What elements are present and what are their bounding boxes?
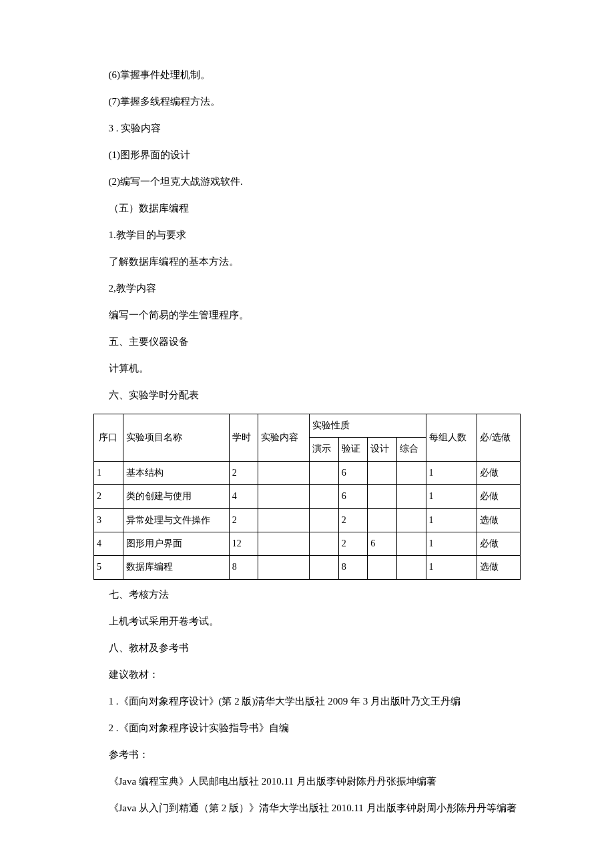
table-row: 4 图形用户界面 12 2 6 1 必做: [94, 532, 521, 555]
after-line-6: 2 .《面向对象程序设计实验指导书》自编: [93, 720, 521, 736]
cell-comprehensive: [396, 508, 426, 532]
cell-verify: 6: [338, 485, 368, 508]
cell-group-size: 1: [426, 532, 477, 555]
table-row: 2 类的创建与使用 4 6 1 必做: [94, 485, 521, 508]
header-seq-text: 序口: [99, 432, 117, 442]
cell-hours: 4: [229, 485, 258, 508]
line-2: 3 . 实验内容: [93, 120, 521, 136]
header-demo: 演示: [310, 438, 339, 461]
cell-seq: 5: [94, 556, 123, 579]
cell-demo: [310, 532, 339, 555]
cell-design: [368, 461, 397, 484]
line-3: (1)图形界面的设计: [93, 147, 521, 163]
after-line-4: 1 .《面向对象程序设计》(第 2 版)清华大学出版社 2009 年 3 月出版…: [93, 693, 521, 709]
table-row: 5 数据库编程 8 8 1 选做: [94, 556, 521, 579]
cell-demo: [310, 556, 339, 579]
after-line-2: 八、教材及参考书: [93, 640, 521, 656]
cell-demo: [310, 461, 339, 484]
cell-required: 必做: [477, 532, 521, 555]
cell-seq: 2: [94, 485, 123, 508]
line-10: 五、主要仪器设备: [93, 334, 521, 350]
cell-verify: 2: [338, 508, 368, 532]
cell-required: 选做: [477, 508, 521, 532]
cell-name: 图形用户界面: [123, 532, 229, 555]
header-required: 必/选做: [477, 414, 521, 462]
cell-name: 数据库编程: [123, 556, 229, 579]
cell-content: [258, 532, 310, 555]
header-design: 设计: [368, 438, 397, 461]
cell-design: [368, 508, 397, 532]
line-11: 计算机。: [93, 360, 521, 376]
cell-group-size: 1: [426, 556, 477, 579]
line-1: (7)掌握多线程编程方法。: [93, 93, 521, 109]
cell-demo: [310, 485, 339, 508]
header-name: 实验项目名称: [123, 414, 229, 462]
cell-required: 必做: [477, 485, 521, 508]
after-line-9: 《Java 从入门到精通（第 2 版）》清华大学出版社 2010.11 月出版李…: [93, 800, 521, 816]
line-7: 了解数据库编程的基本方法。: [93, 254, 521, 270]
cell-comprehensive: [396, 532, 426, 555]
cell-verify: 2: [338, 532, 368, 555]
cell-demo: [310, 508, 339, 532]
table-row: 1 基本结构 2 6 1 必做: [94, 461, 521, 484]
cell-group-size: 1: [426, 508, 477, 532]
line-9: 编写一个简易的学生管理程序。: [93, 307, 521, 323]
cell-verify: 8: [338, 556, 368, 579]
after-line-0: 七、考核方法: [93, 586, 521, 602]
cell-content: [258, 485, 310, 508]
header-verify: 验证: [338, 438, 368, 461]
header-group-size: 每组人数: [426, 414, 477, 462]
header-seq: 序口: [94, 414, 123, 462]
table-body: 1 基本结构 2 6 1 必做 2 类的创建与使用 4 6 1: [94, 461, 521, 579]
cell-name: 基本结构: [123, 461, 229, 484]
line-12: 六、实验学时分配表: [93, 387, 521, 403]
cell-hours: 2: [229, 461, 258, 484]
cell-comprehensive: [396, 485, 426, 508]
after-line-3: 建议教材：: [93, 667, 521, 683]
cell-name: 类的创建与使用: [123, 485, 229, 508]
cell-design: [368, 485, 397, 508]
document-body: (6)掌握事件处理机制。 (7)掌握多线程编程方法。 3 . 实验内容 (1)图…: [93, 67, 521, 816]
cell-content: [258, 556, 310, 579]
header-nature: 实验性质: [310, 414, 426, 438]
header-hours: 学时: [229, 414, 258, 462]
cell-hours: 8: [229, 556, 258, 579]
table-row: 3 异常处理与文件操作 2 2 1 选做: [94, 508, 521, 532]
header-comprehensive: 综合: [396, 438, 426, 461]
cell-seq: 1: [94, 461, 123, 484]
cell-required: 选做: [477, 556, 521, 579]
cell-hours: 2: [229, 508, 258, 532]
after-line-1: 上机考试采用开卷考试。: [93, 613, 521, 629]
cell-content: [258, 508, 310, 532]
line-4: (2)编写一个坦克大战游戏软件.: [93, 173, 521, 189]
after-line-8: 《Java 编程宝典》人民邮电出版社 2010.11 月出版李钟尉陈丹丹张振坤编…: [93, 773, 521, 789]
line-5: （五）数据库编程: [93, 200, 521, 216]
experiment-hours-table: 序口 实验项目名称 学时 实验内容 实验性质 每组人数 必/选做 演示 验证 设…: [93, 414, 521, 580]
cell-verify: 6: [338, 461, 368, 484]
cell-group-size: 1: [426, 485, 477, 508]
table-header-row-1: 序口 实验项目名称 学时 实验内容 实验性质 每组人数 必/选做: [94, 414, 521, 438]
cell-comprehensive: [396, 556, 426, 579]
cell-seq: 3: [94, 508, 123, 532]
cell-design: [368, 556, 397, 579]
cell-comprehensive: [396, 461, 426, 484]
cell-seq: 4: [94, 532, 123, 555]
line-8: 2,教学内容: [93, 280, 521, 296]
cell-group-size: 1: [426, 461, 477, 484]
cell-design: 6: [368, 532, 397, 555]
cell-required: 必做: [477, 461, 521, 484]
cell-content: [258, 461, 310, 484]
cell-hours: 12: [229, 532, 258, 555]
line-0: (6)掌握事件处理机制。: [93, 67, 521, 83]
line-6: 1.教学目的与要求: [93, 227, 521, 243]
after-line-7: 参考书：: [93, 747, 521, 763]
cell-name: 异常处理与文件操作: [123, 508, 229, 532]
header-content: 实验内容: [258, 414, 310, 462]
